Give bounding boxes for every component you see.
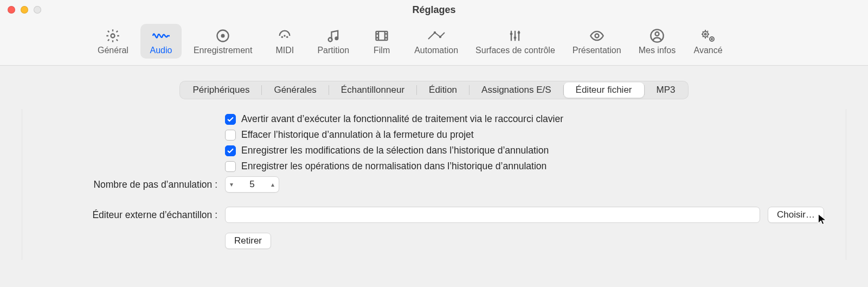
checkbox-record-normalize-undo[interactable] bbox=[225, 161, 236, 172]
toolbar-label: Mes infos bbox=[639, 46, 676, 55]
svg-point-4 bbox=[284, 35, 286, 37]
checkbox-label: Enregistrer les modifications de la séle… bbox=[241, 145, 549, 156]
toolbar-label: Partition bbox=[317, 46, 349, 55]
traffic-lights bbox=[8, 6, 41, 14]
audio-wave-icon bbox=[152, 28, 170, 43]
svg-point-18 bbox=[705, 34, 706, 35]
tab-devices[interactable]: Périphériques bbox=[181, 82, 262, 98]
zoom-window-button[interactable] bbox=[34, 6, 41, 14]
svg-point-20 bbox=[711, 39, 712, 40]
svg-point-14 bbox=[595, 34, 599, 38]
tab-io-assignments[interactable]: Assignations E/S bbox=[470, 82, 563, 98]
checkbox-record-selection-undo[interactable] bbox=[225, 145, 236, 156]
toolbar-item-recording[interactable]: Enregistrement bbox=[188, 24, 258, 59]
undo-steps-stepper[interactable]: ▾ 5 ▴ bbox=[225, 176, 279, 193]
checkbox-label: Enregistrer les opérations de normalisat… bbox=[241, 161, 546, 172]
close-window-button[interactable] bbox=[8, 6, 15, 14]
remove-button[interactable]: Retirer bbox=[225, 233, 271, 249]
toolbar-item-my-info[interactable]: Mes infos bbox=[633, 24, 681, 59]
tab-mp3[interactable]: MP3 bbox=[645, 82, 687, 98]
toolbar-label: Enregistrement bbox=[194, 46, 253, 55]
toolbar-label: Film bbox=[374, 46, 390, 55]
tab-sampler[interactable]: Échantillonneur bbox=[329, 82, 416, 98]
toolbar-label: Surfaces de contrôle bbox=[475, 46, 555, 55]
svg-point-2 bbox=[221, 34, 225, 38]
toolbar-label: Audio bbox=[150, 46, 172, 55]
checkbox-label: Avertir avant d’exécuter la fonctionnali… bbox=[241, 113, 563, 125]
svg-point-13 bbox=[518, 31, 520, 34]
midi-icon bbox=[277, 28, 292, 43]
toolbar-item-advanced[interactable]: Avancé bbox=[687, 24, 729, 59]
toolbar-item-audio[interactable]: Audio bbox=[140, 24, 182, 59]
toolbar-item-automation[interactable]: Automation bbox=[409, 24, 464, 59]
undo-steps-label: Nombre de pas d’annulation : bbox=[22, 179, 217, 190]
chevron-down-icon[interactable]: ▾ bbox=[230, 181, 233, 188]
choose-button[interactable]: Choisir… bbox=[768, 207, 824, 223]
minimize-window-button[interactable] bbox=[21, 6, 28, 14]
toolbar-item-display[interactable]: Présentation bbox=[567, 24, 627, 59]
music-note-icon bbox=[326, 28, 341, 43]
preferences-toolbar: Général Audio Enregistrement MIDI Partit bbox=[0, 20, 868, 66]
svg-point-12 bbox=[514, 36, 517, 39]
person-circle-icon bbox=[650, 28, 665, 43]
svg-point-9 bbox=[433, 31, 435, 34]
sliders-icon bbox=[507, 28, 523, 43]
toolbar-item-control-surfaces[interactable]: Surfaces de contrôle bbox=[470, 24, 561, 59]
toolbar-item-movie[interactable]: Film bbox=[361, 24, 402, 59]
cursor-icon bbox=[817, 213, 828, 228]
checkbox-warn-before-process[interactable] bbox=[225, 114, 236, 125]
toolbar-label: Présentation bbox=[573, 46, 621, 55]
svg-point-11 bbox=[510, 33, 513, 35]
toolbar-label: Avancé bbox=[694, 46, 723, 55]
svg-point-17 bbox=[703, 31, 708, 37]
svg-point-16 bbox=[655, 32, 659, 36]
eye-icon bbox=[589, 28, 605, 43]
toolbar-item-midi[interactable]: MIDI bbox=[264, 24, 305, 59]
tab-general-sub[interactable]: Générales bbox=[262, 82, 328, 98]
checkbox-label: Effacer l’historique d’annulation à la f… bbox=[241, 129, 474, 141]
audio-subtabs: Périphériques Générales Échantillonneur … bbox=[0, 66, 868, 109]
chevron-up-icon[interactable]: ▴ bbox=[271, 181, 274, 188]
svg-rect-8 bbox=[376, 31, 388, 40]
tab-editing[interactable]: Édition bbox=[417, 82, 469, 98]
toolbar-label: Automation bbox=[414, 46, 458, 55]
svg-point-7 bbox=[335, 36, 338, 40]
external-editor-label: Éditeur externe d’échantillon : bbox=[22, 209, 217, 221]
toolbar-label: MIDI bbox=[276, 46, 294, 55]
record-icon bbox=[215, 28, 230, 43]
external-editor-input[interactable] bbox=[225, 207, 760, 223]
svg-point-6 bbox=[328, 38, 332, 42]
checkbox-clear-undo-on-close[interactable] bbox=[225, 130, 236, 141]
svg-point-10 bbox=[439, 36, 441, 38]
filmstrip-icon bbox=[374, 28, 389, 43]
gear-icon bbox=[105, 28, 120, 43]
toolbar-label: Général bbox=[98, 46, 128, 55]
toolbar-item-general[interactable]: Général bbox=[92, 24, 134, 59]
toolbar-item-score[interactable]: Partition bbox=[312, 24, 355, 59]
automation-icon bbox=[427, 28, 446, 43]
undo-steps-value: 5 bbox=[249, 179, 254, 190]
titlebar: Réglages bbox=[0, 0, 868, 20]
svg-point-3 bbox=[281, 36, 284, 39]
svg-point-0 bbox=[111, 34, 115, 38]
tab-file-editor[interactable]: Éditeur fichier bbox=[564, 82, 644, 98]
file-editor-pane: Avertir avant d’exécuter la fonctionnali… bbox=[22, 109, 846, 260]
window-title: Réglages bbox=[0, 4, 868, 16]
double-gear-icon bbox=[700, 28, 716, 43]
svg-point-5 bbox=[286, 36, 288, 39]
